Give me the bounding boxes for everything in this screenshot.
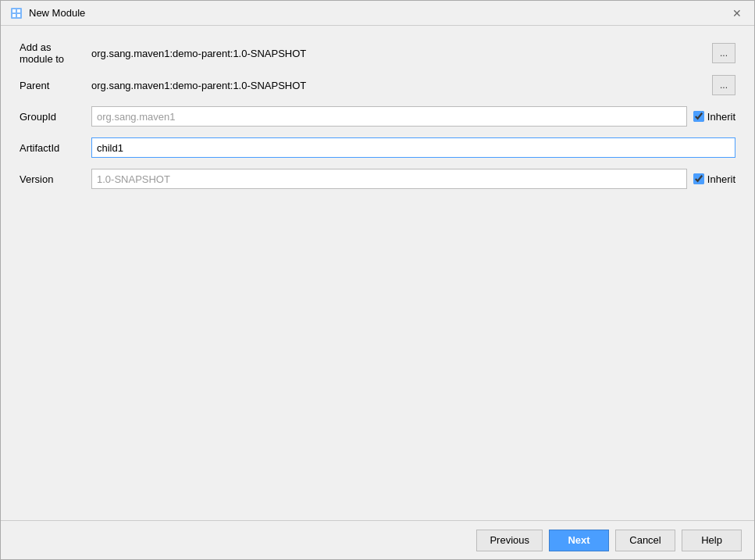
artifact-id-input-wrapper [91, 137, 735, 158]
group-id-inherit-wrapper: Inherit [693, 111, 735, 123]
svg-rect-1 [12, 9, 16, 12]
previous-button[interactable]: Previous [476, 530, 543, 551]
help-button[interactable]: Help [682, 530, 742, 551]
content-spacer [20, 199, 735, 505]
version-input-wrapper: Inherit [91, 169, 735, 189]
new-module-dialog: New Module ✕ Add as module to org.sang.m… [0, 0, 755, 560]
svg-rect-3 [12, 14, 16, 17]
add-as-module-label: Add as module to [20, 41, 82, 65]
cancel-button[interactable]: Cancel [615, 530, 675, 551]
parent-label: Parent [20, 80, 82, 91]
title-bar: New Module ✕ [1, 1, 754, 26]
version-inherit-wrapper: Inherit [693, 173, 735, 185]
dialog-title: New Module [29, 7, 85, 19]
group-id-input-wrapper: Inherit [91, 106, 735, 127]
group-id-inherit-checkbox[interactable] [693, 111, 704, 122]
dialog-content: Add as module to org.sang.maven1:demo-pa… [1, 26, 754, 520]
version-input[interactable] [91, 169, 687, 189]
add-as-module-row: Add as module to org.sang.maven1:demo-pa… [20, 41, 735, 65]
version-row: Version Inherit [20, 168, 735, 190]
add-as-module-browse-button[interactable]: ... [712, 43, 735, 63]
next-button[interactable]: Next [549, 530, 609, 551]
dialog-footer: Previous Next Cancel Help [1, 520, 754, 559]
artifact-id-row: ArtifactId [20, 137, 735, 159]
artifact-id-label: ArtifactId [20, 142, 82, 154]
group-id-label: GroupId [20, 111, 82, 123]
title-bar-left: New Module [10, 7, 85, 20]
parent-value: org.sang.maven1:demo-parent:1.0-SNAPSHOT [91, 80, 703, 91]
group-id-inherit-label: Inherit [707, 111, 735, 123]
add-as-module-value: org.sang.maven1:demo-parent:1.0-SNAPSHOT [91, 48, 703, 59]
svg-rect-4 [17, 14, 20, 17]
svg-rect-2 [17, 9, 20, 12]
version-inherit-label: Inherit [707, 173, 735, 185]
version-inherit-checkbox[interactable] [693, 173, 704, 184]
artifact-id-input[interactable] [91, 137, 735, 158]
group-id-input[interactable] [91, 106, 687, 127]
parent-browse-button[interactable]: ... [712, 75, 735, 95]
group-id-row: GroupId Inherit [20, 105, 735, 127]
version-label: Version [20, 173, 82, 185]
close-button[interactable]: ✕ [729, 5, 745, 21]
parent-row: Parent org.sang.maven1:demo-parent:1.0-S… [20, 74, 735, 96]
module-icon [10, 7, 23, 20]
